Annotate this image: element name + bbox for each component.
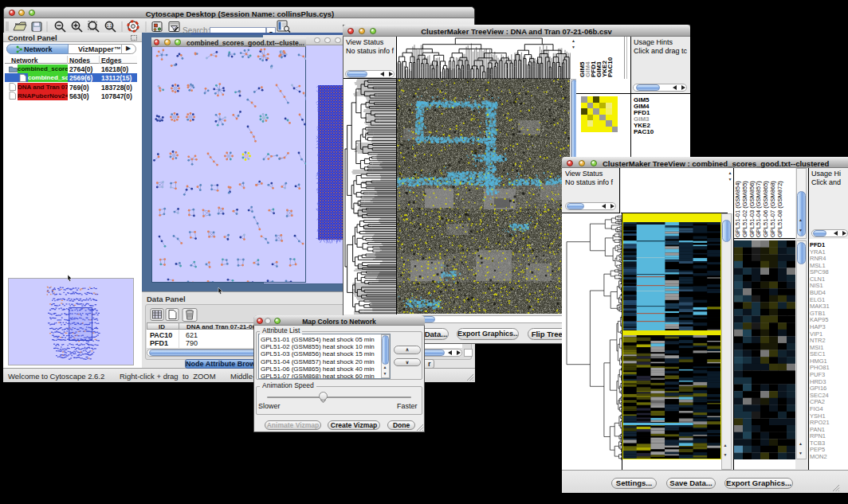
svg-text:GPL51-07 (GSM868): GPL51-07 (GSM868) — [769, 181, 776, 237]
svg-text:GPL51-01 (GSM854): GPL51-01 (GSM854) — [734, 181, 741, 237]
svg-text:1:1: 1:1 — [107, 24, 112, 28]
svg-text:GPL51-06 (GSM865): GPL51-06 (GSM865) — [762, 181, 769, 237]
svg-text:GPL51-04 (GSM857): GPL51-04 (GSM857) — [755, 181, 762, 237]
svg-text:PAC10: PAC10 — [607, 57, 614, 77]
svg-text:GPL51-02 (GSM855): GPL51-02 (GSM855) — [741, 181, 748, 237]
svg-text:GPL51-03 (GSM856): GPL51-03 (GSM856) — [748, 181, 756, 237]
svg-text:GPL51-08 (GSM872): GPL51-08 (GSM872) — [776, 181, 783, 237]
